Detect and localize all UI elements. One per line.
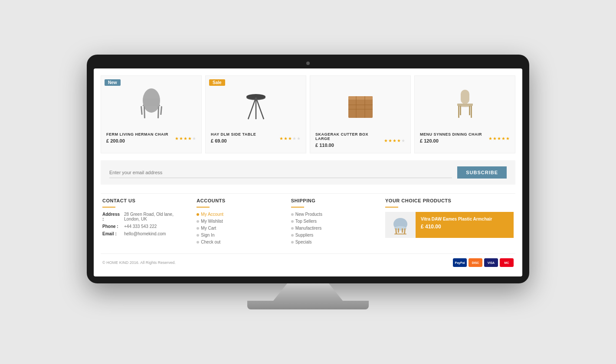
star: ★ bbox=[384, 138, 388, 143]
product-rating-2: ★ ★ ★ ★ ★ bbox=[279, 136, 301, 141]
product-card-1[interactable]: New bbox=[101, 75, 202, 153]
choice-product-price: £ 410.00 bbox=[421, 224, 508, 230]
bottom-bar: © HOME KIND 2016. All Rights Reserved. P… bbox=[101, 254, 515, 270]
payment-icons: PayPal DISC VISA MC bbox=[453, 258, 514, 267]
dot-icon bbox=[197, 241, 199, 244]
product-card-2[interactable]: Sale bbox=[205, 75, 306, 153]
accounts-link-signin[interactable]: Sign In bbox=[197, 233, 282, 237]
product-bottom-2: HAY DLM SIDE TABLE £ 69.00 ★ ★ ★ ★ ★ bbox=[211, 132, 301, 143]
star: ★ bbox=[188, 136, 192, 141]
product-bottom-1: FERM LIVING HERMAN CHAIR £ 200.00 ★ ★ ★ … bbox=[106, 132, 196, 143]
shipping-link-label: Specials bbox=[295, 240, 312, 244]
star: ★ bbox=[493, 136, 497, 141]
discover-icon: DISC bbox=[469, 258, 482, 267]
star: ★ bbox=[284, 136, 288, 141]
dot-icon bbox=[197, 213, 199, 216]
svg-rect-24 bbox=[461, 90, 469, 104]
star: ★ bbox=[488, 136, 492, 141]
products-grid: New bbox=[101, 75, 515, 153]
svg-rect-31 bbox=[394, 234, 406, 234]
product-badge-new: New bbox=[105, 79, 121, 86]
monitor-screen: New bbox=[94, 68, 522, 276]
product-card-3[interactable]: SKAGERAK CUTTER BOX LARGE £ 110.00 ★ ★ ★… bbox=[310, 75, 411, 153]
dot-icon bbox=[291, 213, 294, 216]
star: ★ bbox=[179, 136, 183, 141]
mastercard-icon: MC bbox=[500, 258, 514, 267]
star-empty: ★ bbox=[401, 138, 405, 143]
accounts-link-wishlist[interactable]: My Wishlist bbox=[197, 219, 282, 224]
product-price-2: £ 69.00 bbox=[211, 138, 256, 143]
footer-choice-col: YOUR CHOICE PRODUCTS bbox=[385, 198, 514, 247]
product-name-3: SKAGERAK CUTTER BOX LARGE bbox=[315, 132, 384, 141]
svg-rect-30 bbox=[402, 228, 403, 233]
shipping-link-topsellers[interactable]: Top Sellers bbox=[291, 219, 377, 224]
choice-product-image bbox=[385, 212, 416, 238]
choice-info: Vitra DAW Eames Plastic Armchair £ 410.0… bbox=[416, 212, 514, 238]
svg-line-11 bbox=[256, 98, 264, 119]
screen-content: New bbox=[94, 68, 522, 276]
newsletter-section: SUBSCRIBE bbox=[101, 160, 515, 185]
svg-line-9 bbox=[248, 98, 256, 119]
camera-icon bbox=[306, 62, 310, 65]
product-image-3 bbox=[315, 81, 405, 129]
choice-product-name: Vitra DAW Eames Plastic Armchair bbox=[421, 216, 508, 222]
shipping-link-label: Suppliers bbox=[295, 233, 314, 237]
copyright-text: © HOME KIND 2016. All Rights Reserved. bbox=[102, 260, 176, 265]
shipping-title: SHIPPING bbox=[291, 198, 377, 203]
monitor-wrapper: New bbox=[87, 55, 529, 309]
product-image-1 bbox=[106, 81, 196, 129]
email-input[interactable] bbox=[109, 167, 452, 178]
svg-rect-23 bbox=[469, 106, 470, 115]
product-rating-4: ★ ★ ★ ★ ★ bbox=[488, 136, 510, 141]
accounts-link-label: My Wishlist bbox=[201, 219, 223, 224]
accounts-link-label: Check out bbox=[201, 240, 220, 244]
dot-icon bbox=[197, 234, 199, 237]
footer-accounts-col: ACCOUNTS My Account My Wishlist My bbox=[197, 198, 282, 247]
email-value: hello@homekind.com bbox=[124, 231, 166, 236]
accounts-link-myaccount[interactable]: My Account bbox=[197, 212, 282, 217]
product-price-3: £ 110.00 bbox=[315, 143, 384, 148]
shipping-link-label: New Products bbox=[295, 212, 322, 217]
dot-icon bbox=[291, 234, 294, 237]
svg-rect-22 bbox=[460, 106, 461, 115]
star: ★ bbox=[506, 136, 510, 141]
contact-phone-row: Phone : +44 333 543 222 bbox=[102, 224, 188, 229]
subscribe-button[interactable]: SUBSCRIBE bbox=[457, 166, 507, 179]
product-bottom-4: MENU SYNNES DINING CHAIR £ 120.00 ★ ★ ★ … bbox=[420, 132, 510, 143]
product-name-4: MENU SYNNES DINING CHAIR bbox=[420, 132, 482, 136]
monitor-stand-neck bbox=[273, 283, 343, 301]
star: ★ bbox=[279, 136, 283, 141]
accounts-link-cart[interactable]: My Cart bbox=[197, 226, 282, 231]
shipping-link-specials[interactable]: Specials bbox=[291, 240, 377, 244]
shipping-link-label: Manufactirers bbox=[295, 226, 322, 231]
monitor-body: New bbox=[87, 55, 529, 283]
product-rating-3: ★ ★ ★ ★ ★ bbox=[384, 138, 405, 143]
product-name-1: FERM LIVING HERMAN CHAIR bbox=[106, 132, 168, 136]
star: ★ bbox=[501, 136, 505, 141]
shipping-link-new[interactable]: New Products bbox=[291, 212, 377, 217]
shipping-underline bbox=[291, 207, 304, 208]
paypal-icon: PayPal bbox=[453, 258, 467, 267]
star: ★ bbox=[397, 138, 401, 143]
footer-shipping-col: SHIPPING New Products Top Sellers M bbox=[291, 198, 377, 247]
product-image-4 bbox=[420, 81, 510, 129]
accounts-link-checkout[interactable]: Check out bbox=[197, 240, 282, 244]
product-price-4: £ 120.00 bbox=[420, 138, 482, 143]
star: ★ bbox=[388, 138, 392, 143]
star: ★ bbox=[497, 136, 501, 141]
email-label: Email : bbox=[102, 231, 121, 236]
star-empty: ★ bbox=[297, 136, 301, 141]
footer-section: CONTACT US Address : 28 Green Road, Old … bbox=[101, 193, 515, 254]
accounts-link-label: Sign In bbox=[201, 233, 214, 237]
svg-rect-4 bbox=[160, 106, 162, 115]
star: ★ bbox=[393, 138, 396, 143]
choice-product-card[interactable]: Vitra DAW Eames Plastic Armchair £ 410.0… bbox=[385, 212, 514, 238]
shipping-link-suppliers[interactable]: Suppliers bbox=[291, 233, 377, 237]
shipping-link-manufacturers[interactable]: Manufactirers bbox=[291, 226, 377, 231]
phone-label: Phone : bbox=[102, 224, 121, 229]
svg-rect-13 bbox=[348, 96, 373, 100]
svg-rect-20 bbox=[458, 106, 459, 118]
product-card-4[interactable]: MENU SYNNES DINING CHAIR £ 120.00 ★ ★ ★ … bbox=[414, 75, 515, 153]
shipping-link-label: Top Sellers bbox=[295, 219, 317, 224]
accounts-underline bbox=[197, 207, 210, 208]
